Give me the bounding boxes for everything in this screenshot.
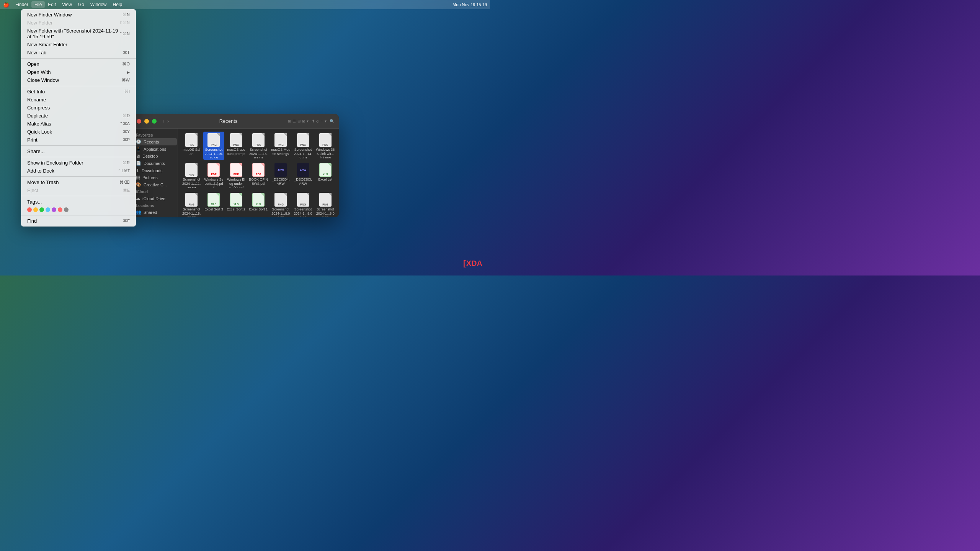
file-item[interactable]: ARW _DSC6303.ARW <box>292 161 313 190</box>
tag-green[interactable] <box>39 207 44 212</box>
menubar-help[interactable]: Help <box>110 1 126 8</box>
menu-open-with[interactable]: Open With <box>21 68 136 76</box>
menu-print[interactable]: Print ⌘P <box>21 136 136 144</box>
sidebar-item-label: Documents <box>144 161 165 166</box>
file-item[interactable]: PNG Screenshot 2024-1...14.55.01 <box>292 132 313 160</box>
menu-tags[interactable]: Tags... <box>21 198 136 206</box>
file-item[interactable]: PNG Screenshot 2024-1...15.03.10 <box>248 132 269 160</box>
menubar-finder[interactable]: Finder <box>12 1 31 8</box>
sidebar-item-pictures[interactable]: 🖼 Pictures <box>133 174 177 181</box>
sidebar-item-icloud-drive[interactable]: ☁ iCloud Drive <box>133 195 177 202</box>
menu-new-tab[interactable]: New Tab ⌘T <box>21 49 136 57</box>
tag-icon[interactable]: ◇ <box>316 119 319 123</box>
file-name: Windows 365 Link wit...(1).png <box>316 148 335 158</box>
file-item[interactable]: PNG Windows 365 Link wit...(1).png <box>315 132 336 160</box>
traffic-close[interactable] <box>137 119 141 124</box>
menubar-window[interactable]: Window <box>87 1 110 8</box>
menu-compress[interactable]: Compress <box>21 104 136 112</box>
traffic-minimize[interactable] <box>144 119 149 124</box>
menubar-file[interactable]: File <box>31 1 45 8</box>
share-icon[interactable]: ⬆ <box>312 119 315 123</box>
action-dropdown[interactable]: ⋯▾ <box>321 119 327 123</box>
menu-add-to-dock[interactable]: Add to Dock ⌃⇧⌘T <box>21 167 136 175</box>
file-icon-png: PNG <box>297 193 309 207</box>
menu-quick-look[interactable]: Quick Look ⌘Y <box>21 128 136 136</box>
menu-open[interactable]: Open ⌘O <box>21 60 136 68</box>
file-item[interactable]: PNG Screenshot 2024-1...8.06.30 <box>315 191 336 217</box>
file-icon-arw: ARW <box>274 163 287 177</box>
file-icon-png: PNG <box>319 133 332 147</box>
tag-gray[interactable] <box>64 207 69 212</box>
file-item[interactable]: PNG Screenshot 2024-1...8.06.43 <box>292 191 313 217</box>
file-item[interactable]: PNG Screenshot 2024-1...18.20.55 <box>181 191 202 217</box>
tag-red[interactable] <box>27 207 32 212</box>
menu-find[interactable]: Find ⌘F <box>21 217 136 225</box>
menu-make-alias[interactable]: Make Alias ⌃⌘A <box>21 120 136 128</box>
apple-menu-icon[interactable]: 🍎 <box>3 2 9 8</box>
sidebar-item-documents[interactable]: 📄 Documents <box>133 160 177 167</box>
menu-new-smart-folder[interactable]: New Smart Folder <box>21 41 136 49</box>
traffic-maximize[interactable] <box>152 119 157 124</box>
file-icon-png: PNG <box>274 133 287 147</box>
nav-back[interactable]: ‹ <box>163 119 164 124</box>
sidebar-item-label: Creative C... <box>144 183 167 187</box>
file-item[interactable]: XLS Excel Sort 2 <box>226 191 247 217</box>
file-item[interactable]: PNG Screenshot 2024-1...8.06.55 <box>270 191 291 217</box>
view-icon-columns[interactable]: ⊟ <box>297 119 301 123</box>
search-icon[interactable]: 🔍 <box>330 119 334 123</box>
tag-purple[interactable] <box>52 207 56 212</box>
menu-close-window[interactable]: Close Window ⌘W <box>21 76 136 84</box>
sidebar-item-label: Applications <box>144 147 166 152</box>
menu-move-to-trash[interactable]: Move to Trash ⌘⌫ <box>21 178 136 186</box>
menubar-go[interactable]: Go <box>75 1 87 8</box>
file-item[interactable]: XLS Excel Sort 1 <box>248 191 269 217</box>
sidebar-item-downloads[interactable]: ⬇ Downloads <box>133 167 177 174</box>
menubar-view[interactable]: View <box>59 1 75 8</box>
tag-pink[interactable] <box>58 207 62 212</box>
file-item[interactable]: PNG macOS Mouse settings <box>270 132 291 160</box>
view-icon-gallery[interactable]: ⊠ <box>302 119 305 123</box>
sidebar-item-creative-cloud[interactable]: 🎨 Creative C... <box>133 181 177 188</box>
file-item[interactable]: PDF BOOK OF NEWS.pdf <box>248 161 269 190</box>
file-item[interactable]: PNG Screenshot 2024-1...11.48.69 <box>181 161 202 190</box>
sidebar-item-shared[interactable]: 👥 Shared <box>133 209 177 216</box>
file-item[interactable]: XLS Excel Sort 3 <box>203 191 224 217</box>
file-name: Screenshot 2024-1...8.06.43 <box>293 207 312 217</box>
sidebar-item-desktop[interactable]: 🖥 Desktop <box>133 153 177 160</box>
file-item[interactable]: PDF Windows Blog under e...(1).pdf <box>226 161 247 190</box>
documents-icon: 📄 <box>136 161 141 166</box>
menu-rename[interactable]: Rename <box>21 96 136 104</box>
file-icon-pdf: PDF <box>230 163 242 177</box>
file-item[interactable]: XLS Excel Let <box>315 161 336 190</box>
recents-icon: 🕐 <box>136 139 141 144</box>
menu-get-info[interactable]: Get Info ⌘I <box>21 88 136 96</box>
sidebar-icloud-label: iCloud <box>132 188 178 195</box>
menu-new-folder-with-screenshot[interactable]: New Folder with "Screenshot 2024-11-19 a… <box>21 27 136 41</box>
menu-share[interactable]: Share... <box>21 147 136 155</box>
sidebar-item-onedrive[interactable]: ☁ OneDrive <box>133 216 177 217</box>
finder-sidebar: Favorites 🕐 Recents 📱 Applications 🖥 Des… <box>132 129 178 217</box>
nav-forward[interactable]: › <box>167 119 169 124</box>
file-item-selected[interactable]: PNG Screenshot 2024-1...15.19.59 <box>203 132 224 160</box>
menu-new-finder-window[interactable]: New Finder Window ⌘N <box>21 11 136 19</box>
file-name: _DSC6304.ARW <box>271 178 290 186</box>
view-dropdown[interactable]: ▾ <box>307 119 309 123</box>
menubar-right: Mon Nov 19 15:19 <box>452 2 487 7</box>
file-item[interactable]: PDF Windows Securit...(1).pdf <box>203 161 224 190</box>
view-icon-grid[interactable]: ⊞ <box>288 119 291 123</box>
menubar-edit[interactable]: Edit <box>45 1 59 8</box>
file-name: Excel Sort 3 <box>204 207 223 212</box>
finder-titlebar: ‹ › Recents ⊞ ☰ ⊟ ⊠ ▾ ⬆ ◇ ⋯▾ 🔍 <box>132 114 339 129</box>
view-icon-list[interactable]: ☰ <box>292 119 296 123</box>
file-name: Screenshot 2024-1...8.06.55 <box>271 207 290 217</box>
tag-blue[interactable] <box>46 207 50 212</box>
menu-show-in-enclosing-folder[interactable]: Show in Enclosing Folder ⌘R <box>21 159 136 167</box>
file-item[interactable]: PNG macOS Safari <box>181 132 202 160</box>
menu-duplicate[interactable]: Duplicate ⌘D <box>21 112 136 120</box>
sidebar-item-applications[interactable]: 📱 Applications <box>133 145 177 153</box>
sidebar-item-recents[interactable]: 🕐 Recents <box>133 138 177 145</box>
file-item[interactable]: PNG macOS account prompt <box>226 132 247 160</box>
file-item[interactable]: ARW _DSC6304.ARW <box>270 161 291 190</box>
tag-yellow[interactable] <box>33 207 38 212</box>
file-icon-png: PNG <box>297 133 309 147</box>
